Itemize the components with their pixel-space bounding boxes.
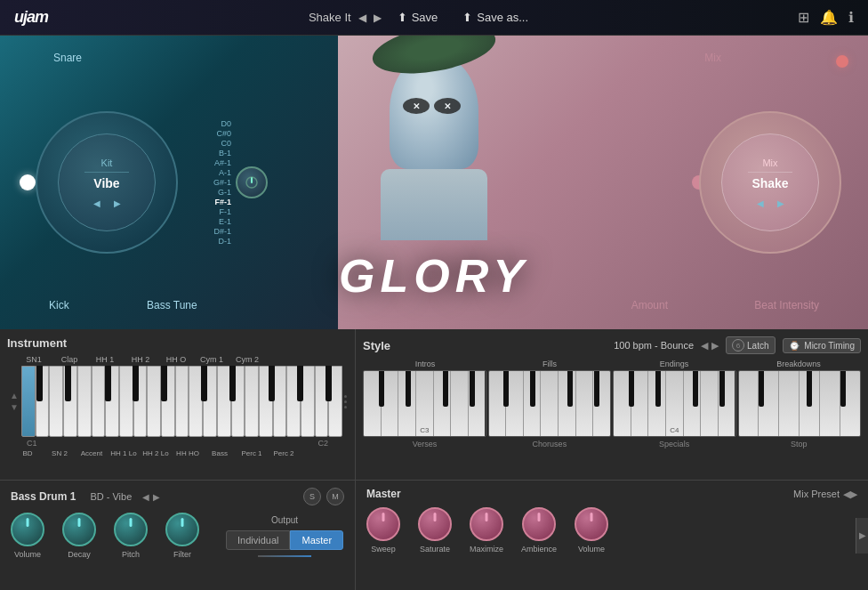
decay-knob[interactable]	[62, 513, 96, 546]
top-bar: ujam Shake It ◀ ▶ ⬆ Save ⬆ Save as... ⊞ …	[0, 0, 868, 36]
kit-vibe-dial[interactable]: Kit Vibe ◀ ▶	[36, 111, 178, 254]
wk-8[interactable]	[119, 366, 133, 437]
note-e1: E-1	[219, 217, 231, 226]
pitch-knob[interactable]	[114, 513, 148, 546]
wk-18[interactable]	[259, 366, 273, 437]
wk-23[interactable]	[328, 366, 342, 437]
master-next-button[interactable]: ▶	[850, 489, 857, 500]
style-keyboard-sections: C3	[363, 370, 861, 437]
wk-19[interactable]	[273, 366, 287, 437]
wk-4[interactable]	[63, 366, 77, 437]
tune-dial-icon	[245, 175, 259, 190]
mix-shake-dial[interactable]: Mix Shake ◀ ▶	[699, 111, 841, 254]
bass-next-button[interactable]: ▶	[153, 492, 160, 502]
note-c0: C0	[221, 139, 232, 148]
wk-3[interactable]	[49, 366, 63, 437]
output-line	[258, 555, 311, 557]
saturate-knob[interactable]	[418, 507, 452, 541]
scroll-left-area[interactable]: ▲ ▼	[7, 366, 21, 437]
kick-knob[interactable]	[20, 174, 36, 190]
wk-14[interactable]	[203, 366, 217, 437]
mix-label: Mix	[704, 52, 721, 64]
hero-left-panel: Snare Kick Bass Tune Kit Vibe ◀ ▶ D0 C#0	[0, 36, 338, 329]
wk-22[interactable]	[315, 366, 329, 437]
bass-master-row: Bass Drum 1 BD - Vibe ◀ ▶ S M Volume	[0, 481, 868, 590]
bell-icon[interactable]: 🔔	[820, 9, 838, 26]
maximize-knob[interactable]	[470, 507, 503, 541]
statue-figure: ✕ ✕	[345, 53, 523, 249]
wk-7[interactable]	[105, 366, 119, 437]
shake-next-button[interactable]: ▶	[777, 198, 784, 208]
info-icon[interactable]: ℹ	[848, 9, 854, 26]
dial-outer: Kit Vibe ◀ ▶	[36, 111, 178, 254]
solo-button[interactable]: S	[303, 488, 321, 505]
piano-note-labels: C1 C2	[7, 437, 348, 448]
style-bpm: 100 bpm - Bounce	[614, 340, 694, 351]
wk-16[interactable]	[231, 366, 245, 437]
master-output-button[interactable]: Master	[290, 530, 343, 550]
wk-20[interactable]	[286, 366, 301, 437]
style-next-button[interactable]: ▶	[711, 340, 719, 352]
instrument-panel: Instrument SN1 Clap HH 1 HH 2 HH O Cym 1…	[0, 329, 356, 480]
volume-knob[interactable]	[11, 513, 44, 546]
wk-17[interactable]	[245, 366, 259, 437]
wk-5[interactable]	[77, 366, 92, 437]
bass-prev-button[interactable]: ◀	[142, 492, 149, 502]
bass-header: Bass Drum 1 BD - Vibe ◀ ▶ S M	[11, 488, 344, 505]
wk-11[interactable]	[161, 366, 175, 437]
output-buttons: Individual Master	[226, 530, 343, 550]
style-prev-button[interactable]: ◀	[701, 340, 708, 352]
style-panel: Style 100 bpm - Bounce ◀ ▶ 6 Latch ⌚ Mic…	[356, 329, 868, 480]
maximize-knob-group: Maximize	[470, 507, 503, 554]
blabel-hh2lo: HH 2 Lo	[140, 449, 172, 457]
wk-9[interactable]	[133, 366, 148, 437]
endings-keys[interactable]: C4	[613, 370, 736, 437]
dial-next-button[interactable]: ▶	[114, 198, 121, 208]
wk-13[interactable]	[189, 366, 203, 437]
wk-12[interactable]	[175, 366, 189, 437]
section-breakdowns: Breakdowns	[736, 360, 861, 368]
save-as-button[interactable]: ⬆ Save as...	[454, 7, 537, 28]
breakdowns-keys[interactable]	[738, 370, 862, 437]
scroll-down-arrow[interactable]: ▼	[10, 402, 19, 412]
instrument-piano[interactable]	[21, 366, 342, 437]
micro-timing-button[interactable]: ⌚ Micro Timing	[783, 338, 861, 353]
preset-next-button[interactable]: ▶	[374, 12, 382, 24]
note-c2-label: C2	[317, 439, 328, 448]
side-collapse-button[interactable]: ▶	[856, 518, 868, 554]
dial-prev-button[interactable]: ◀	[93, 198, 100, 208]
wk-10[interactable]	[147, 366, 161, 437]
master-prev-button[interactable]: ◀	[843, 489, 850, 500]
label-cym1: Cym 1	[194, 355, 229, 364]
master-volume-knob[interactable]	[575, 507, 608, 541]
latch-button[interactable]: 6 Latch	[726, 336, 775, 354]
pitch-label: Pitch	[122, 550, 140, 559]
filter-knob[interactable]	[165, 513, 199, 546]
blabel-bd: BD	[12, 449, 44, 457]
wk-15[interactable]	[217, 366, 231, 437]
tune-dial-indicator[interactable]	[236, 166, 268, 198]
grid-icon[interactable]: ⊞	[798, 9, 809, 26]
instrument-style-row: Instrument SN1 Clap HH 1 HH 2 HH O Cym 1…	[0, 329, 868, 481]
sweep-knob[interactable]	[366, 507, 400, 541]
saturate-knob-group: Saturate	[418, 507, 452, 554]
scroll-up-arrow[interactable]: ▲	[10, 391, 19, 400]
master-title: Master	[366, 488, 401, 500]
wk-1[interactable]	[21, 366, 36, 437]
wk-2[interactable]	[36, 366, 50, 437]
blabel-perc1: Perc 1	[236, 449, 268, 457]
latch-number: 6	[736, 342, 740, 350]
fills-keys[interactable]	[488, 370, 612, 437]
shake-prev-button[interactable]: ◀	[757, 198, 764, 208]
preset-prev-button[interactable]: ◀	[358, 12, 366, 24]
wk-6[interactable]	[92, 366, 106, 437]
filter-knob-group: Filter	[165, 513, 199, 559]
ambience-knob[interactable]	[522, 507, 556, 541]
individual-button[interactable]: Individual	[226, 530, 290, 550]
save-button[interactable]: ⬆ Save	[389, 7, 447, 28]
mix-dot-knob[interactable]	[836, 55, 848, 68]
intros-keys[interactable]: C3	[363, 370, 486, 437]
wk-21[interactable]	[301, 366, 315, 437]
shake-label: Shake	[751, 176, 788, 190]
mute-button[interactable]: M	[326, 488, 344, 505]
